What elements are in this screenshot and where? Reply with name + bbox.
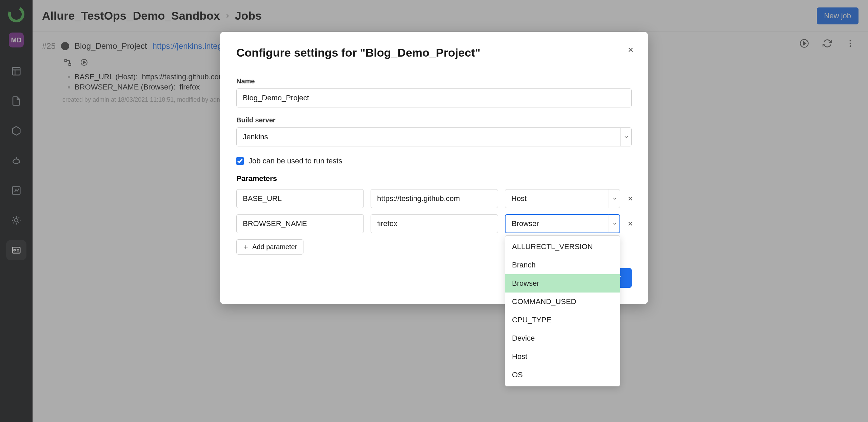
param-type-select[interactable] [505, 189, 620, 208]
name-label: Name [236, 77, 632, 85]
name-input[interactable] [236, 88, 632, 107]
remove-param-icon[interactable] [627, 217, 634, 230]
build-server-label: Build server [236, 116, 632, 124]
param-value-input[interactable] [371, 214, 498, 233]
add-parameter-button[interactable]: Add parameter [236, 239, 303, 255]
dropdown-option[interactable]: CPU_TYPE [505, 311, 620, 329]
remove-param-icon[interactable] [627, 192, 634, 205]
run-tests-checkbox-label: Job can be used to run tests [249, 157, 342, 165]
dropdown-option[interactable]: Branch [505, 256, 620, 274]
build-server-select[interactable] [236, 127, 632, 146]
add-parameter-label: Add parameter [252, 243, 297, 251]
param-name-input[interactable] [236, 214, 364, 233]
param-name-input[interactable] [236, 189, 364, 208]
parameter-row [236, 189, 632, 208]
dropdown-option[interactable]: COMMAND_USED [505, 293, 620, 311]
dropdown-option[interactable]: OS [505, 366, 620, 384]
configure-job-modal: Configure settings for "Blog_Demo_Projec… [220, 32, 648, 304]
dropdown-option[interactable]: Browser [505, 274, 620, 293]
run-tests-checkbox[interactable] [236, 157, 244, 165]
dropdown-option[interactable]: ALLURECTL_VERSION [505, 238, 620, 256]
modal-title: Configure settings for "Blog_Demo_Projec… [236, 46, 632, 59]
param-type-dropdown: ALLURECTL_VERSIONBranchBrowserCOMMAND_US… [505, 235, 620, 386]
param-type-select[interactable] [505, 214, 620, 233]
parameter-row: ALLURECTL_VERSIONBranchBrowserCOMMAND_US… [236, 214, 632, 233]
close-icon[interactable] [625, 44, 636, 56]
parameters-title: Parameters [236, 174, 632, 183]
modal-overlay[interactable]: Configure settings for "Blog_Demo_Projec… [0, 0, 868, 422]
dropdown-option[interactable]: Host [505, 347, 620, 366]
param-value-input[interactable] [371, 189, 498, 208]
dropdown-option[interactable]: Device [505, 329, 620, 347]
